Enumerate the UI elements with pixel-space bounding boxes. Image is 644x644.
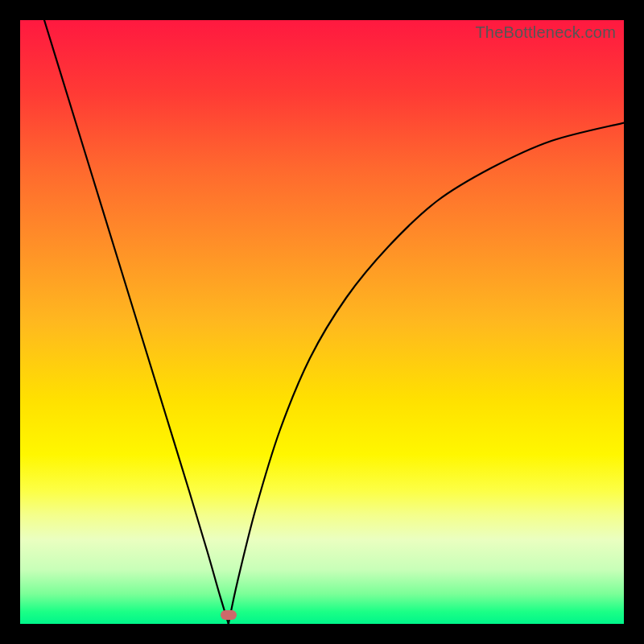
bottleneck-curve: [20, 20, 624, 624]
watermark-label: TheBottleneck.com: [475, 23, 616, 42]
chart-frame: TheBottleneck.com: [0, 0, 644, 644]
optimal-point-marker: [221, 610, 237, 620]
curve-left-branch: [44, 20, 229, 624]
chart-plot-area: TheBottleneck.com: [20, 20, 624, 624]
curve-right-branch: [229, 123, 624, 625]
